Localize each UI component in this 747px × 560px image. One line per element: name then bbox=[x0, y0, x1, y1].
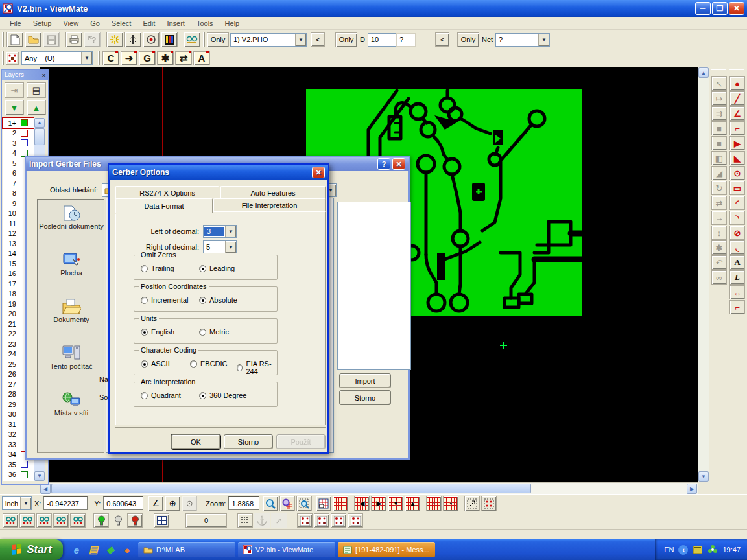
place-recent[interactable]: Poslední dokumenty bbox=[38, 205, 105, 230]
pad-pattern-c-button[interactable] bbox=[331, 513, 346, 528]
grid-window-button[interactable] bbox=[316, 496, 331, 511]
radio-icon[interactable] bbox=[199, 297, 206, 304]
language-indicator[interactable]: EN bbox=[664, 546, 674, 554]
copy-items-tool[interactable]: ⇉ bbox=[711, 106, 727, 121]
radio-leading[interactable]: Leading bbox=[199, 264, 235, 272]
zoom-in-button[interactable] bbox=[263, 496, 278, 511]
only-dcode-button[interactable]: Only bbox=[335, 32, 357, 47]
radio-icon[interactable] bbox=[141, 392, 148, 399]
snap-circle-icon[interactable] bbox=[143, 32, 160, 47]
mirror-horizontal-tool[interactable]: ◧ bbox=[711, 151, 727, 165]
layer-colors-icon[interactable] bbox=[161, 32, 178, 47]
draw-circle-tool[interactable]: ⊙ bbox=[729, 166, 745, 180]
minimize-button[interactable]: ─ bbox=[695, 2, 711, 15]
help-icon[interactable]: ? bbox=[377, 158, 390, 170]
selection-box-button[interactable] bbox=[481, 496, 497, 511]
radio-english[interactable]: English bbox=[141, 328, 174, 336]
dcode-input[interactable]: 10 bbox=[368, 33, 396, 47]
window-titlebar[interactable]: V2.bin - ViewMate ─ ❐ ✕ bbox=[0, 0, 747, 17]
scrollbar-thumb[interactable] bbox=[34, 128, 45, 145]
vertical-scrollbar[interactable]: ▲ ▼ bbox=[698, 67, 709, 482]
select-arrow-button[interactable]: ➜ bbox=[121, 51, 137, 65]
move-layer-up-button[interactable]: ▲ bbox=[27, 100, 46, 115]
dot-grid-button[interactable] bbox=[237, 513, 253, 528]
tab-auto-features[interactable]: Auto Features bbox=[220, 186, 326, 199]
radio-ebcdic[interactable]: EBCDIC bbox=[190, 360, 228, 368]
menu-file[interactable]: File bbox=[4, 18, 27, 29]
radio-icon[interactable] bbox=[141, 265, 148, 272]
firefox-quicklaunch-icon[interactable]: ● bbox=[120, 542, 134, 557]
layer-color-swatch[interactable] bbox=[21, 119, 28, 126]
pad-pattern-b-button[interactable] bbox=[314, 513, 329, 528]
taskbar-task-folder[interactable]: D:\MLAB bbox=[138, 542, 235, 557]
pad-pattern-d-button[interactable] bbox=[348, 513, 363, 528]
stretch-diagonal-button[interactable] bbox=[464, 496, 480, 511]
chevron-down-icon[interactable]: ▼ bbox=[225, 226, 236, 237]
toolbar-grip[interactable] bbox=[2, 51, 4, 65]
layer-color-swatch[interactable] bbox=[21, 139, 28, 146]
layer-combo[interactable]: 1) V2.PHO ▼ bbox=[230, 33, 307, 47]
only-layer-button[interactable]: Only bbox=[207, 32, 229, 47]
select-component-button[interactable]: C bbox=[102, 51, 119, 65]
toolbar-grip[interactable] bbox=[2, 32, 4, 47]
grid-step-field[interactable]: 0 bbox=[185, 513, 227, 528]
layer-row-35[interactable]: 35 bbox=[3, 460, 34, 470]
filled-square-tool-2[interactable]: ■ bbox=[711, 136, 727, 150]
pan-left-button[interactable]: ◀ bbox=[354, 496, 370, 511]
scrollbar-thumb[interactable] bbox=[51, 484, 531, 493]
layers-panel-titlebar[interactable]: Layers x bbox=[2, 70, 48, 80]
draw-dimension-tool[interactable]: ↔ bbox=[729, 285, 745, 299]
anchor-button[interactable]: ⚓ bbox=[254, 513, 270, 528]
radio-incremental[interactable]: Incremental bbox=[141, 296, 188, 304]
radio-trailing[interactable]: Trailing bbox=[141, 264, 174, 272]
tab-rs274-x-options[interactable]: RS274-X Options bbox=[115, 186, 219, 199]
view-pads-glasses-button[interactable] bbox=[36, 513, 52, 528]
select-text-button[interactable]: A bbox=[193, 51, 210, 65]
menu-select[interactable]: Select bbox=[106, 18, 137, 29]
grid-box-b-button[interactable]: ▪ bbox=[443, 496, 458, 511]
highlight-off-lamp-button[interactable] bbox=[110, 513, 126, 528]
taskbar-task-message[interactable]: [191-482-091] - Mess... bbox=[338, 542, 435, 557]
view-all-glasses-button[interactable] bbox=[3, 513, 18, 528]
move-layer-down-button[interactable]: ▼ bbox=[5, 100, 24, 115]
selection-pattern-icon[interactable] bbox=[6, 52, 19, 65]
storno-button[interactable]: Storno bbox=[224, 434, 273, 449]
layer-row-3[interactable]: 3 bbox=[3, 138, 34, 148]
menu-setup[interactable]: Setup bbox=[27, 18, 58, 29]
layer-row-36[interactable]: 36 bbox=[3, 470, 34, 480]
vertical-spacing-tool[interactable]: ↕ bbox=[711, 226, 727, 240]
only-net-button[interactable]: Only bbox=[457, 32, 479, 47]
menu-go[interactable]: Go bbox=[84, 18, 106, 29]
dock-grip[interactable] bbox=[711, 69, 726, 71]
lasso-tool[interactable]: ∞ bbox=[711, 270, 727, 285]
menu-edit[interactable]: Edit bbox=[137, 18, 161, 29]
dock-grip[interactable] bbox=[729, 69, 744, 71]
layer-row-1+[interactable]: 1+ bbox=[3, 118, 34, 128]
zoom-window-button[interactable] bbox=[296, 496, 312, 511]
radio-icon[interactable] bbox=[199, 329, 206, 336]
ie-quicklaunch-icon[interactable]: e bbox=[69, 542, 84, 557]
draw-pad-tool[interactable]: ● bbox=[729, 76, 745, 91]
save-file-icon[interactable] bbox=[43, 32, 60, 47]
chevron-down-icon[interactable]: ▼ bbox=[295, 34, 306, 46]
scroll-up-icon[interactable]: ▲ bbox=[698, 67, 709, 78]
radio-eia-rs-244[interactable]: EIA RS-244 bbox=[237, 360, 277, 375]
draw-text-tool[interactable]: A bbox=[729, 255, 745, 270]
angle-measure-button[interactable]: ∠ bbox=[148, 496, 163, 511]
grid-red-button[interactable] bbox=[333, 496, 348, 511]
origin-target-button[interactable]: ⊕ bbox=[165, 496, 180, 511]
start-button[interactable]: Start bbox=[0, 539, 63, 560]
layer-color-swatch[interactable] bbox=[21, 461, 28, 468]
layer-table-button[interactable]: ▤ bbox=[27, 82, 46, 98]
horizontal-scrollbar[interactable]: ◀ ▶ bbox=[40, 482, 698, 494]
tray-app-icon[interactable] bbox=[693, 544, 703, 555]
pan-right-button[interactable]: ▶ bbox=[371, 496, 386, 511]
radio-360-degree[interactable]: 360 Degree bbox=[199, 391, 247, 399]
tray-collapse-icon[interactable]: ‹ bbox=[678, 545, 688, 555]
draw-rectangle-tool[interactable]: ▭ bbox=[729, 181, 745, 195]
toolbar-grip[interactable] bbox=[98, 51, 100, 65]
signal-probe-button[interactable]: ⊙ bbox=[182, 496, 197, 511]
select-cursor-tool[interactable]: ↖ bbox=[711, 76, 727, 91]
inspect-glasses-icon[interactable] bbox=[184, 32, 200, 47]
move-item-tool[interactable]: ↦ bbox=[711, 91, 727, 106]
